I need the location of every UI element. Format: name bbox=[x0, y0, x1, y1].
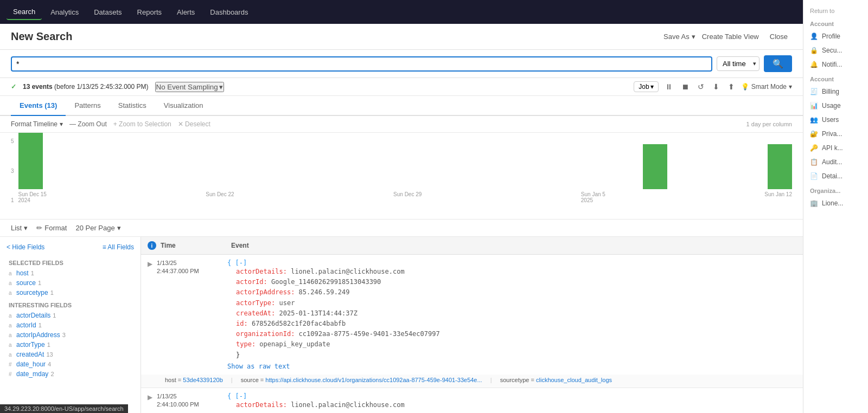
export-button[interactable]: ⬆ bbox=[726, 81, 737, 92]
event-2-open[interactable]: { [-] bbox=[227, 392, 247, 400]
close-button[interactable]: Close bbox=[765, 30, 792, 43]
format-button[interactable]: ✏ Format bbox=[36, 224, 67, 232]
nav-item-alerts[interactable]: Alerts bbox=[170, 5, 201, 20]
format-timeline-button[interactable]: Format Timeline ▾ bbox=[11, 120, 63, 128]
tab-patterns[interactable]: Patterns bbox=[66, 96, 109, 116]
nav-item-datasets[interactable]: Datasets bbox=[87, 5, 128, 20]
no-sampling-button[interactable]: No Event Sampling ▾ bbox=[155, 82, 224, 92]
status-check-icon: ✓ bbox=[11, 83, 16, 91]
expand-row-1-button[interactable]: ▶ bbox=[148, 260, 152, 268]
tabs-row: Events (13) Patterns Statistics Visualiz… bbox=[0, 96, 803, 116]
field-actorId[interactable]: a actorId 1 bbox=[0, 320, 141, 330]
format-pencil-icon: ✏ bbox=[36, 224, 42, 232]
rs-item-users[interactable]: 👥 Users bbox=[803, 113, 868, 127]
results-header: i Time Event bbox=[141, 237, 803, 255]
all-fields-button[interactable]: ≡ All Fields bbox=[103, 243, 134, 251]
nav-item-reports[interactable]: Reports bbox=[131, 5, 169, 20]
pause-button[interactable]: ⏸ bbox=[663, 81, 675, 92]
rs-item-usage[interactable]: 📊 Usage bbox=[803, 99, 868, 113]
org-icon: 🏢 bbox=[810, 199, 818, 207]
list-chevron-icon: ▾ bbox=[24, 224, 28, 232]
zoom-out-button[interactable]: — Zoom Out bbox=[69, 120, 107, 128]
per-page-button[interactable]: 20 Per Page ▾ bbox=[75, 224, 120, 232]
hide-fields-button[interactable]: < Hide Fields bbox=[7, 243, 44, 251]
rs-org-section: Organiza... bbox=[803, 183, 868, 196]
search-input[interactable] bbox=[16, 60, 707, 68]
x-axis-labels: Sun Dec 152024 Sun Dec 22 Sun Dec 29 Sun… bbox=[18, 191, 792, 203]
bar-31 bbox=[768, 144, 792, 189]
field-source[interactable]: a source 1 bbox=[0, 278, 141, 288]
rs-item-api-keys[interactable]: 🔑 API k... bbox=[803, 141, 868, 155]
selected-fields-title: SELECTED FIELDS bbox=[0, 255, 141, 268]
right-sidebar: Return to Account 👤 Profile 🔒 Secu... 🔔 … bbox=[803, 0, 868, 413]
x-label-dec22: Sun Dec 22 bbox=[206, 191, 234, 203]
result-1-time: 1/13/252:44:37.000 PM bbox=[157, 259, 227, 276]
result-1-footer: host = 53de4339120b | source = https://a… bbox=[141, 375, 803, 388]
table-row: ▶ 1/13/252:44:37.000 PM { [-] actorDetai… bbox=[141, 255, 803, 388]
chart-area: 5 3 1 bbox=[0, 133, 803, 220]
rs-item-privacy[interactable]: 🔐 Priva... bbox=[803, 127, 868, 141]
tab-visualization[interactable]: Visualization bbox=[155, 96, 212, 116]
x-label-dec15: Sun Dec 152024 bbox=[18, 191, 47, 203]
download-button[interactable]: ⬇ bbox=[711, 81, 722, 92]
stop-button[interactable]: ⏹ bbox=[679, 81, 691, 92]
content-area: < Hide Fields ≡ All Fields SELECTED FIEL… bbox=[0, 237, 803, 413]
zoom-to-selection-button[interactable]: + Zoom to Selection bbox=[113, 120, 171, 128]
refresh-button[interactable]: ↺ bbox=[695, 81, 706, 92]
per-column-label: 1 day per column bbox=[746, 121, 792, 127]
tab-events[interactable]: Events (13) bbox=[11, 96, 66, 116]
page-header: New Search Save As ▾ Create Table View C… bbox=[0, 24, 803, 50]
list-controls: List ▾ ✏ Format 20 Per Page ▾ bbox=[0, 220, 803, 237]
create-table-view-button[interactable]: Create Table View bbox=[702, 33, 759, 41]
rs-item-security[interactable]: 🔒 Secu... bbox=[803, 43, 868, 57]
top-nav: Search Analytics Datasets Reports Alerts… bbox=[0, 0, 868, 24]
search-button[interactable]: 🔍 bbox=[764, 55, 792, 72]
job-button[interactable]: Job ▾ bbox=[634, 81, 658, 92]
no-sampling-chevron-icon: ▾ bbox=[219, 83, 223, 91]
field-host[interactable]: a host 1 bbox=[0, 268, 141, 278]
list-button[interactable]: List ▾ bbox=[11, 224, 28, 232]
time-range-select[interactable]: All time bbox=[717, 56, 760, 71]
privacy-icon: 🔐 bbox=[810, 130, 818, 138]
rs-item-audit[interactable]: 📋 Audit... bbox=[803, 155, 868, 169]
field-actorType[interactable]: a actorType 1 bbox=[0, 340, 141, 350]
result-1-event: { [-] actorDetails: lionel.palacin@click… bbox=[227, 259, 796, 370]
tab-statistics[interactable]: Statistics bbox=[110, 96, 155, 116]
time-range-select-wrap[interactable]: All time bbox=[717, 56, 760, 71]
field-actorDetails[interactable]: a actorDetails 1 bbox=[0, 311, 141, 320]
rs-item-details[interactable]: 📄 Detai... bbox=[803, 169, 868, 183]
page-title: New Search bbox=[11, 30, 663, 43]
nav-item-analytics[interactable]: Analytics bbox=[44, 5, 85, 20]
chart-bars bbox=[18, 133, 792, 189]
show-raw-1-button[interactable]: Show as raw text bbox=[227, 363, 796, 370]
smart-mode-chevron-icon: ▾ bbox=[789, 83, 792, 91]
bar-26 bbox=[643, 144, 667, 189]
header-time: Time bbox=[161, 242, 231, 249]
billing-icon: 🧾 bbox=[810, 88, 818, 95]
save-as-button[interactable]: Save As ▾ bbox=[663, 33, 695, 41]
rs-item-billing[interactable]: 🧾 Billing bbox=[803, 85, 868, 99]
rs-item-notifications[interactable]: 🔔 Notifi... bbox=[803, 57, 868, 72]
profile-icon: 👤 bbox=[810, 33, 818, 40]
nav-item-dashboards[interactable]: Dashboards bbox=[203, 5, 254, 20]
field-sourcetype[interactable]: a sourcetype 1 bbox=[0, 288, 141, 298]
expand-row-2-button[interactable]: ▶ bbox=[148, 393, 152, 401]
event-1-open[interactable]: { [-] bbox=[227, 259, 247, 267]
interesting-fields-title: INTERESTING FIELDS bbox=[0, 298, 141, 311]
field-createdAt[interactable]: a createdAt 13 bbox=[0, 350, 141, 359]
header-info: i bbox=[148, 241, 156, 250]
rs-org-item[interactable]: 🏢 Lione... bbox=[803, 196, 868, 210]
search-input-wrap[interactable] bbox=[11, 56, 712, 72]
field-date-mday[interactable]: # date_mday 2 bbox=[0, 369, 141, 379]
deselect-button[interactable]: ✕ Deselect bbox=[178, 120, 210, 128]
x-label-dec29: Sun Dec 29 bbox=[393, 191, 422, 203]
smart-mode-button[interactable]: 💡 Smart Mode ▾ bbox=[741, 83, 792, 91]
api-keys-icon: 🔑 bbox=[810, 144, 818, 152]
results-area: i Time Event ▶ 1/13/252:44:37.000 PM { [… bbox=[141, 237, 803, 413]
rs-item-profile[interactable]: 👤 Profile bbox=[803, 29, 868, 43]
account-section-title: Account bbox=[803, 16, 868, 29]
field-actorIpAddress[interactable]: a actorIpAddress 3 bbox=[0, 330, 141, 340]
job-chevron-icon: ▾ bbox=[650, 83, 654, 91]
field-date-hour[interactable]: # date_hour 4 bbox=[0, 359, 141, 369]
nav-item-search[interactable]: Search bbox=[7, 4, 42, 20]
